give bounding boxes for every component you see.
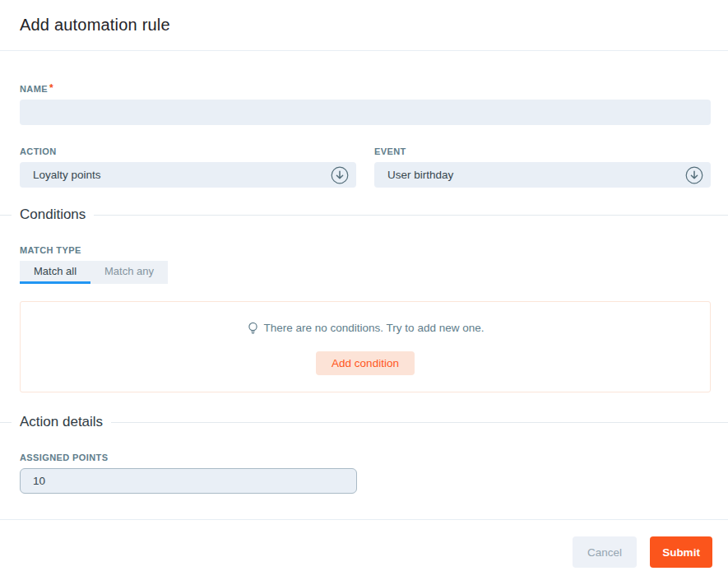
dialog-header: Add automation rule bbox=[0, 0, 728, 51]
submit-button[interactable]: Submit bbox=[650, 536, 712, 568]
divider bbox=[111, 422, 728, 423]
cancel-button[interactable]: Cancel bbox=[573, 536, 637, 568]
circle-arrow-down-icon bbox=[685, 166, 703, 184]
conditions-section-header: Conditions bbox=[0, 204, 728, 225]
event-select[interactable]: User birthday bbox=[374, 162, 711, 188]
conditions-empty-box: There are no conditions. Try to add new … bbox=[20, 301, 711, 392]
conditions-empty-message: There are no conditions. Try to add new … bbox=[247, 322, 485, 334]
divider bbox=[94, 215, 728, 216]
dialog-footer: Cancel Submit bbox=[0, 519, 728, 585]
event-field-group: EVENT User birthday bbox=[374, 146, 711, 188]
match-type-group: MATCH TYPE Match all Match any bbox=[20, 245, 711, 284]
match-type-label: MATCH TYPE bbox=[20, 245, 711, 255]
tab-match-any[interactable]: Match any bbox=[90, 261, 168, 284]
assigned-points-group: ASSIGNED POINTS bbox=[20, 453, 711, 494]
conditions-section-title: Conditions bbox=[12, 207, 94, 223]
tab-match-all[interactable]: Match all bbox=[20, 261, 90, 284]
form-body: NAME* ACTION Loyalty points EVENT User b… bbox=[0, 51, 728, 494]
name-label: NAME* bbox=[20, 84, 711, 94]
action-field-group: ACTION Loyalty points bbox=[20, 146, 356, 188]
page-title: Add automation rule bbox=[20, 16, 170, 35]
action-select[interactable]: Loyalty points bbox=[20, 162, 356, 188]
divider bbox=[0, 215, 12, 216]
event-label: EVENT bbox=[374, 146, 711, 156]
action-label: ACTION bbox=[20, 146, 356, 156]
required-marker: * bbox=[49, 84, 53, 92]
add-condition-button[interactable]: Add condition bbox=[316, 351, 415, 375]
action-select-value: Loyalty points bbox=[33, 169, 101, 181]
action-event-row: ACTION Loyalty points EVENT User birthda… bbox=[20, 146, 711, 188]
action-details-section-title: Action details bbox=[12, 414, 111, 430]
action-details-section-header: Action details bbox=[0, 411, 728, 433]
match-type-tabs: Match all Match any bbox=[20, 261, 168, 284]
lightbulb-icon bbox=[247, 322, 259, 334]
name-field-group: NAME* bbox=[20, 84, 711, 125]
circle-arrow-down-icon bbox=[331, 166, 349, 184]
assigned-points-label: ASSIGNED POINTS bbox=[20, 453, 711, 462]
name-input[interactable] bbox=[20, 100, 711, 125]
assigned-points-input[interactable] bbox=[20, 468, 357, 494]
divider bbox=[0, 422, 12, 423]
event-select-value: User birthday bbox=[387, 169, 453, 181]
